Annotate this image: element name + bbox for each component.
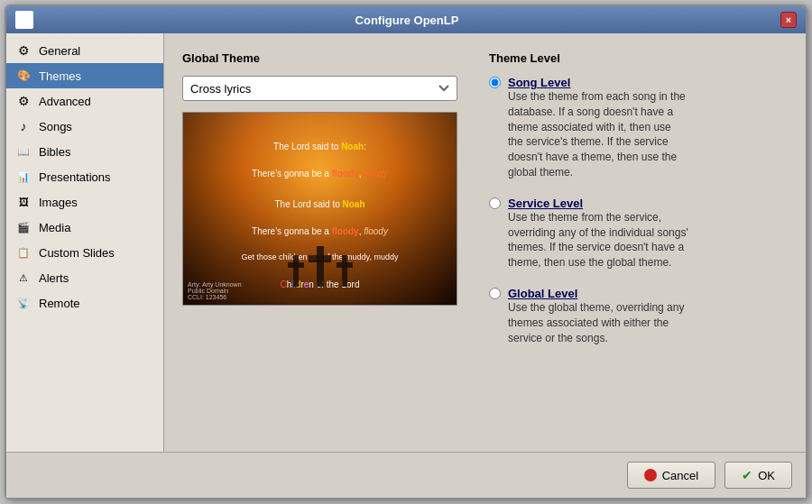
cross-horizontal — [288, 262, 304, 268]
radio-label-service-level[interactable]: Service Level — [508, 197, 688, 210]
global-theme-title: Global Theme — [182, 51, 471, 65]
presentations-icon: 📊 — [15, 169, 32, 185]
custom-slides-icon: 📋 — [15, 244, 32, 261]
radio-song-level[interactable] — [489, 77, 501, 88]
radio-item-global-level: Global Level Use the global theme, overr… — [489, 287, 788, 345]
configure-dialog: ⚙ Configure OpenLP × ⚙ General 🎨 Themes … — [5, 5, 807, 499]
ok-icon: ✔ — [742, 468, 752, 482]
radio-global-level[interactable] — [489, 288, 501, 299]
sidebar-item-images[interactable]: 🖼 Images — [6, 189, 163, 215]
radio-desc-service-level: Use the theme from the service, overridi… — [508, 210, 688, 270]
sidebar-item-label: Alerts — [39, 271, 69, 285]
advanced-icon: ⚙ — [15, 93, 32, 109]
cross-vertical — [342, 255, 347, 287]
radio-desc-song-level: Use the theme from each song in the data… — [508, 89, 688, 180]
cross-horizontal — [337, 262, 353, 268]
cancel-label: Cancel — [662, 469, 698, 482]
preview-line-4: There's gonna be a floody, floody — [192, 225, 448, 238]
global-theme-section: Global Theme Cross lyrics Default Dark T… — [182, 51, 471, 306]
cancel-icon — [644, 469, 657, 481]
sidebar-item-alerts[interactable]: ⚠ Alerts — [6, 265, 163, 290]
cross-center — [317, 246, 324, 287]
sidebar: ⚙ General 🎨 Themes ⚙ Advanced ♪ Songs 📖 … — [6, 33, 164, 452]
dropdown-row: Cross lyrics Default Dark Theme — [182, 76, 471, 101]
radio-group: Song Level Use the theme from each song … — [489, 76, 788, 345]
preview-line-3: The Lord said to Noah — [192, 197, 448, 211]
preview-line-1: The Lord said to Noah: — [192, 140, 448, 153]
sidebar-item-label: General — [39, 44, 80, 58]
radio-label-global-level[interactable]: Global Level — [508, 287, 688, 300]
songs-icon: ♪ — [15, 118, 32, 134]
app-icon: ⚙ — [15, 11, 33, 29]
preview-caption: Arty: Arty UnknownPublic DomainCCLI: 123… — [188, 281, 242, 300]
sidebar-item-themes[interactable]: 🎨 Themes — [6, 63, 163, 88]
radio-desc-global-level: Use the global theme, overriding any the… — [508, 300, 688, 345]
media-icon: 🎬 — [15, 219, 32, 235]
themes-icon: 🎨 — [15, 68, 32, 84]
sidebar-item-label: Presentations — [39, 170, 111, 184]
general-icon: ⚙ — [15, 42, 32, 59]
dialog-body: ⚙ General 🎨 Themes ⚙ Advanced ♪ Songs 📖 … — [6, 33, 806, 452]
sidebar-item-label: Custom Slides — [39, 246, 115, 260]
dialog-footer: Cancel ✔ OK — [6, 452, 806, 498]
radio-label-song-level[interactable]: Song Level — [508, 76, 688, 89]
theme-preview: The Lord said to Noah: There's gonna be … — [182, 112, 457, 306]
theme-level-section: Theme Level Song Level Use the theme fro… — [489, 51, 788, 345]
global-theme-dropdown[interactable]: Cross lyrics Default Dark Theme — [182, 76, 457, 101]
alerts-icon: ⚠ — [15, 270, 32, 286]
preview-crosses — [293, 246, 347, 287]
cross-right — [342, 255, 347, 287]
radio-text-col: Song Level Use the theme from each song … — [508, 76, 688, 180]
radio-item-song-level: Song Level Use the theme from each song … — [489, 76, 788, 180]
images-icon: 🖼 — [15, 194, 32, 210]
sidebar-item-media[interactable]: 🎬 Media — [6, 215, 163, 240]
radio-item-service-level: Service Level Use the theme from the ser… — [489, 197, 788, 270]
ok-button[interactable]: ✔ OK — [724, 462, 792, 489]
theme-level-title: Theme Level — [489, 51, 788, 65]
sidebar-item-songs[interactable]: ♪ Songs — [6, 114, 163, 139]
cancel-button[interactable]: Cancel — [627, 462, 715, 489]
ok-label: OK — [758, 469, 775, 482]
sidebar-item-custom-slides[interactable]: 📋 Custom Slides — [6, 240, 163, 265]
dropdown-wrapper: Cross lyrics Default Dark Theme — [182, 76, 457, 101]
sidebar-item-label: Bibles — [39, 145, 70, 159]
close-button[interactable]: × — [780, 12, 797, 28]
sidebar-item-remote[interactable]: 📡 Remote — [6, 290, 163, 316]
sidebar-item-presentations[interactable]: 📊 Presentations — [6, 164, 163, 189]
bibles-icon: 📖 — [15, 143, 32, 160]
cross-horizontal — [309, 255, 331, 262]
sidebar-item-label: Media — [39, 221, 70, 234]
sidebar-item-label: Images — [39, 196, 78, 209]
dialog-title: Configure OpenLP — [355, 14, 459, 27]
cross-vertical — [293, 255, 299, 287]
sidebar-item-label: Remote — [39, 297, 80, 310]
radio-service-level[interactable] — [489, 197, 501, 209]
remote-icon: 📡 — [15, 295, 32, 311]
title-bar: ⚙ Configure OpenLP × — [6, 6, 806, 33]
sidebar-item-bibles[interactable]: 📖 Bibles — [6, 139, 163, 164]
cross-vertical — [317, 246, 324, 287]
sidebar-item-advanced[interactable]: ⚙ Advanced — [6, 88, 163, 114]
sidebar-item-general[interactable]: ⚙ General — [6, 38, 163, 63]
sidebar-item-label: Themes — [39, 69, 81, 83]
sidebar-item-label: Songs — [39, 120, 72, 133]
sidebar-item-label: Advanced — [39, 95, 91, 108]
main-content: Global Theme Cross lyrics Default Dark T… — [164, 33, 806, 452]
cross-left — [293, 255, 299, 287]
radio-text-col: Global Level Use the global theme, overr… — [508, 287, 688, 345]
radio-text-col: Service Level Use the theme from the ser… — [508, 197, 688, 270]
preview-line-2: There's gonna be a floody, floody — [192, 167, 448, 180]
